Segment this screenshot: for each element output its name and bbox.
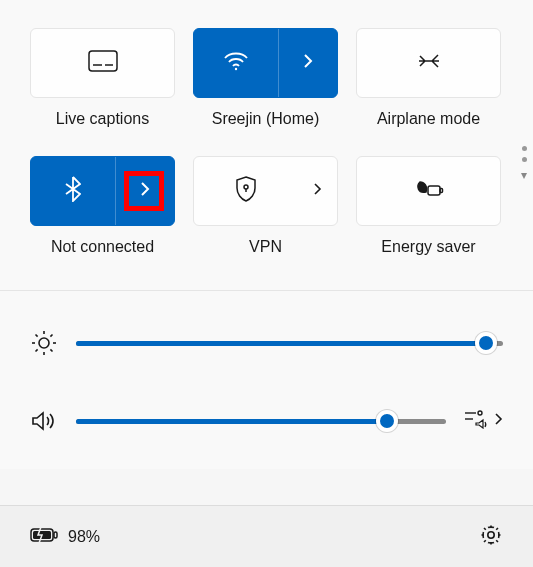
vpn-expand-button[interactable]	[297, 157, 337, 225]
chevron-right-icon	[302, 52, 314, 74]
bottom-bar: 98%	[0, 505, 533, 567]
tile-group-airplane: Airplane mode	[356, 28, 501, 128]
chevron-right-icon	[139, 180, 151, 202]
energy-saver-tile[interactable]	[356, 156, 501, 226]
tile-row: Not connected	[30, 156, 503, 256]
audio-output-button[interactable]	[464, 409, 503, 433]
live-captions-label: Live captions	[56, 110, 149, 128]
tile-group-bluetooth: Not connected	[30, 156, 175, 256]
caret-down-icon: ▾	[521, 168, 527, 182]
tile-group-live-captions: Live captions	[30, 28, 175, 128]
svg-line-16	[50, 335, 52, 337]
airplane-label: Airplane mode	[377, 110, 480, 128]
wifi-tile[interactable]	[193, 28, 338, 98]
gear-icon	[479, 533, 503, 550]
bluetooth-tile-main[interactable]	[31, 157, 116, 225]
tiles-area: Live captions	[0, 0, 533, 291]
tile-group-vpn: VPN	[193, 156, 338, 256]
chevron-right-icon	[494, 412, 503, 430]
airplane-icon	[416, 50, 442, 76]
svg-point-3	[235, 68, 237, 70]
slider-thumb[interactable]	[475, 332, 497, 354]
bluetooth-label: Not connected	[51, 238, 154, 256]
svg-point-23	[488, 531, 494, 537]
edge-indicator: ▾	[521, 146, 527, 182]
energy-saver-label: Energy saver	[381, 238, 475, 256]
bluetooth-expand-button[interactable]	[116, 157, 174, 225]
svg-point-4	[244, 185, 248, 189]
audio-output-icon	[464, 409, 488, 433]
svg-point-19	[478, 411, 482, 415]
svg-rect-6	[428, 186, 440, 195]
bluetooth-tile[interactable]	[30, 156, 175, 226]
svg-line-15	[36, 349, 38, 351]
slider-thumb[interactable]	[376, 410, 398, 432]
svg-rect-22	[54, 532, 57, 538]
slider-fill	[76, 419, 387, 424]
dot-icon	[522, 146, 527, 151]
svg-line-14	[50, 349, 52, 351]
vpn-tile[interactable]	[193, 156, 338, 226]
volume-icon	[30, 410, 58, 432]
svg-rect-0	[89, 51, 117, 71]
vpn-label: VPN	[249, 238, 282, 256]
vpn-tile-main[interactable]	[194, 157, 297, 225]
battery-status[interactable]: 98%	[30, 526, 100, 548]
brightness-icon	[30, 330, 58, 356]
slider-fill	[76, 341, 486, 346]
sliders-area	[0, 291, 533, 469]
live-captions-tile[interactable]	[30, 28, 175, 98]
settings-button[interactable]	[479, 523, 503, 551]
volume-slider-row	[30, 401, 503, 441]
battery-icon	[30, 526, 58, 548]
svg-line-13	[36, 335, 38, 337]
quick-settings-panel: Live captions	[0, 0, 533, 567]
wifi-expand-button[interactable]	[279, 29, 337, 97]
brightness-slider-row	[30, 323, 503, 363]
airplane-tile[interactable]	[356, 28, 501, 98]
leaf-battery-icon	[414, 178, 444, 204]
wifi-label: Sreejin (Home)	[212, 110, 320, 128]
chevron-right-icon	[312, 182, 322, 200]
battery-text: 98%	[68, 528, 100, 546]
svg-point-8	[39, 338, 49, 348]
tile-row: Live captions	[30, 28, 503, 128]
dot-icon	[522, 157, 527, 162]
tile-group-wifi: Sreejin (Home)	[193, 28, 338, 128]
captions-icon	[88, 50, 118, 76]
volume-slider[interactable]	[76, 411, 446, 431]
svg-rect-7	[440, 189, 443, 193]
slider-track	[76, 341, 503, 346]
brightness-slider[interactable]	[76, 333, 503, 353]
wifi-tile-main[interactable]	[194, 29, 279, 97]
bluetooth-icon	[65, 176, 81, 206]
wifi-icon	[223, 51, 249, 75]
tile-group-energy-saver: Energy saver	[356, 156, 501, 256]
shield-lock-icon	[235, 176, 257, 206]
